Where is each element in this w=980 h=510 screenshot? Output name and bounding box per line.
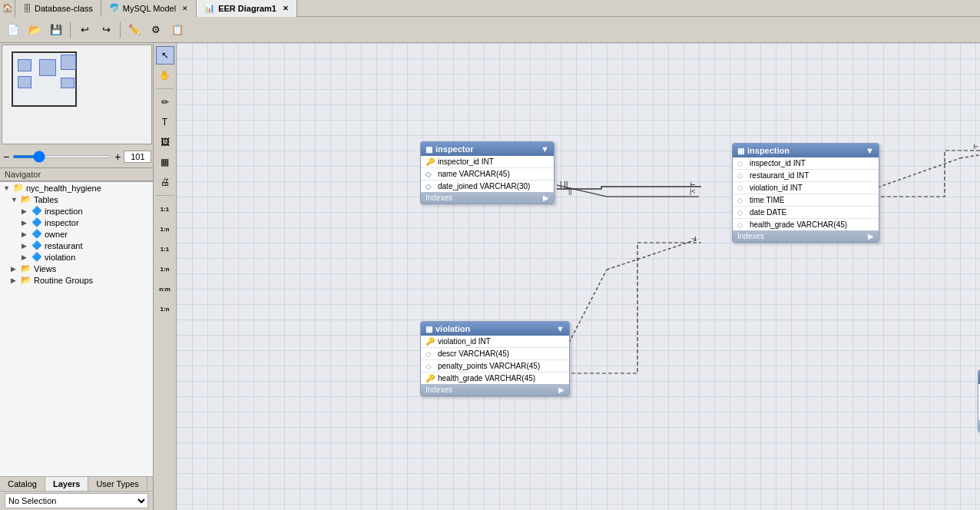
save-button[interactable]: 💾 [46, 20, 66, 40]
rel-1nb-button[interactable]: 1:n [156, 260, 174, 278]
field-insp-inspector-id: ◇ inspector_id INT [733, 157, 879, 170]
tree-routines-icon: 📂 [21, 275, 31, 285]
edit-button[interactable]: ✏️ [124, 20, 144, 40]
table-inspection-indexes-label: Indexes [737, 232, 764, 240]
tab-database-class[interactable]: 🗄 Database-class [15, 0, 101, 17]
tree-panel: ▼ 📁 nyc_health_hygiene ▼ 📂 Tables ▶ 🔷 in… [0, 181, 153, 476]
nullable-viol-1: ◇ [425, 349, 435, 358]
rel-nm-button[interactable]: n:m [156, 280, 174, 298]
zoom-slider[interactable] [12, 155, 111, 158]
table-inspector-indexes-label: Indexes [425, 194, 452, 202]
text-tool-button[interactable]: T [156, 113, 174, 131]
redo-button[interactable]: ↪ [96, 20, 116, 40]
print-tool-button[interactable]: 🖨 [156, 173, 174, 191]
toolbar-separator-2 [120, 22, 121, 38]
tree-root-label: nyc_health_hygiene [26, 184, 101, 193]
undo-button[interactable]: ↩ [74, 20, 94, 40]
table-violation-expand-icon[interactable]: ▼ [556, 324, 564, 333]
btab-layers[interactable]: Layers [45, 477, 88, 491]
rel-1n-button[interactable]: 1:n [156, 220, 174, 238]
export-button[interactable]: 📋 [167, 20, 187, 40]
table-inspection-expand-icon[interactable]: ▼ [866, 146, 874, 155]
minimap-table-restaurant [61, 55, 76, 70]
tree-root-toggle[interactable]: ▼ [3, 184, 11, 192]
table-inspection-header: ▦ inspection ▼ [733, 144, 879, 157]
tree-views-group[interactable]: ▶ 📂 Views [0, 263, 153, 274]
tree-routines-group[interactable]: ▶ 📂 Routine Groups [0, 274, 153, 286]
tree-item-violation[interactable]: ▶ 🔷 violation [0, 251, 153, 263]
table-tool-button[interactable]: ▦ [156, 153, 174, 171]
table-violation-header-left: ▦ violation [425, 324, 470, 333]
zoom-bar: − + 101 % [0, 146, 153, 167]
tree-inspector-toggle[interactable]: ▶ [22, 219, 29, 227]
table-violation[interactable]: ▦ violation ▼ 🔑 violation_id INT ◇ descr… [420, 321, 570, 396]
select-tool-button[interactable]: ↖ [156, 46, 174, 65]
table-inspection[interactable]: ▦ inspection ▼ ◇ inspector_id INT ◇ rest… [732, 143, 879, 243]
diagram-canvas[interactable]: || |< |‖ ⊢ |‖ ⊣ ⊢ ⊢ [177, 43, 980, 510]
tree-owner-toggle[interactable]: ▶ [22, 230, 29, 238]
table-inspector-expand-icon[interactable]: ▼ [541, 144, 549, 154]
tabs-bar: 🏠 🗄 Database-class 🐬 MySQL Model ✕ 📊 EER… [0, 0, 980, 17]
rel-1nb-label: 1:n [161, 266, 170, 273]
table-violation-footer[interactable]: Indexes ▶ [421, 384, 569, 396]
table-inspector[interactable]: ▦ inspector ▼ 🔑 inspector_id INT ◇ name … [420, 141, 555, 204]
rel-11-button[interactable]: 1:1 [156, 200, 174, 218]
tree-restaurant-toggle[interactable]: ▶ [22, 242, 29, 250]
tab-mysql-model[interactable]: 🐬 MySQL Model ✕ [101, 0, 197, 17]
svg-text:⊢: ⊢ [690, 180, 696, 190]
btab-catalog[interactable]: Catalog [0, 477, 45, 491]
table-inspector-footer[interactable]: Indexes ▶ [421, 192, 554, 204]
tree-violation-icon: 🔷 [31, 252, 42, 262]
tree-item-owner[interactable]: ▶ 🔷 owner [0, 228, 153, 240]
tab-database-class-label: Database-class [35, 4, 93, 13]
zoom-in-button[interactable]: + [114, 151, 121, 163]
eer-icon: 📊 [204, 3, 215, 13]
tree-routines-toggle[interactable]: ▶ [11, 277, 18, 284]
field-insp-violation-id-label: violation_id INT [750, 184, 803, 192]
tree-views-toggle[interactable]: ▶ [11, 265, 18, 273]
tree-item-inspection[interactable]: ▶ 🔷 inspection [0, 205, 153, 217]
field-inspector-date-label: date_joined VARCHAR(30) [438, 182, 530, 190]
no-selection-select[interactable]: No Selection [5, 493, 148, 508]
table-inspector-icon: ▦ [425, 145, 432, 154]
zoom-out-button[interactable]: − [3, 151, 9, 163]
mysql-model-close-icon[interactable]: ✕ [182, 5, 188, 12]
tree-inspection-toggle[interactable]: ▶ [22, 207, 29, 215]
image-tool-button[interactable]: 🖼 [156, 133, 174, 151]
field-inspector-id-label: inspector_id INT [438, 157, 494, 166]
open-button[interactable]: 📂 [25, 20, 45, 40]
nullable-viol-2: ◇ [425, 362, 435, 370]
tree-item-restaurant[interactable]: ▶ 🔷 restaurant [0, 240, 153, 251]
new-button[interactable]: 📄 [3, 20, 23, 40]
tree-tables-group[interactable]: ▼ 📂 Tables [0, 194, 153, 205]
field-insp-restaurant-id: ◇ restaurant_id INT [733, 170, 879, 182]
tab-eer-diagram[interactable]: 📊 EER Diagram1 ✕ [197, 0, 297, 17]
options-button[interactable]: ⚙ [146, 20, 166, 40]
btab-user-types[interactable]: User Types [88, 477, 147, 491]
field-insp-date-label: date DATE [750, 208, 786, 217]
tree-views-icon: 📂 [21, 263, 31, 273]
eer-diagram-close-icon[interactable]: ✕ [283, 5, 289, 12]
field-insp-inspector-id-label: inspector_id INT [750, 159, 806, 167]
table-inspection-header-left: ▦ inspection [737, 146, 790, 155]
rel-1nc-button[interactable]: 1:n [156, 300, 174, 318]
tree-root[interactable]: ▼ 📁 nyc_health_hygiene [0, 182, 153, 194]
table-inspection-footer[interactable]: Indexes ▶ [733, 230, 879, 242]
fk-icon-2: ◇ [425, 182, 435, 190]
rel-1n-label: 1:n [161, 226, 170, 233]
tree-item-inspector[interactable]: ▶ 🔷 inspector [0, 217, 153, 228]
home-icon[interactable]: 🏠 [0, 0, 15, 17]
minimap-table-owner [61, 78, 74, 88]
navigator-label: Navigator [0, 167, 153, 181]
rel-nm-label: n:m [159, 286, 171, 293]
tree-violation-toggle[interactable]: ▶ [22, 253, 29, 261]
tree-inspection-label: inspection [45, 207, 83, 216]
tree-tables-icon: 📂 [21, 194, 31, 204]
draw-tool-button[interactable]: ✏ [156, 93, 174, 111]
tree-tables-toggle[interactable]: ▼ [11, 196, 18, 204]
tree-views-label: Views [34, 264, 56, 273]
rel-11b-button[interactable]: 1:1 [156, 240, 174, 258]
pan-tool-button[interactable]: ✋ [156, 66, 174, 84]
tree-inspector-icon: 🔷 [31, 217, 42, 227]
tree-root-icon: 📁 [13, 183, 24, 193]
